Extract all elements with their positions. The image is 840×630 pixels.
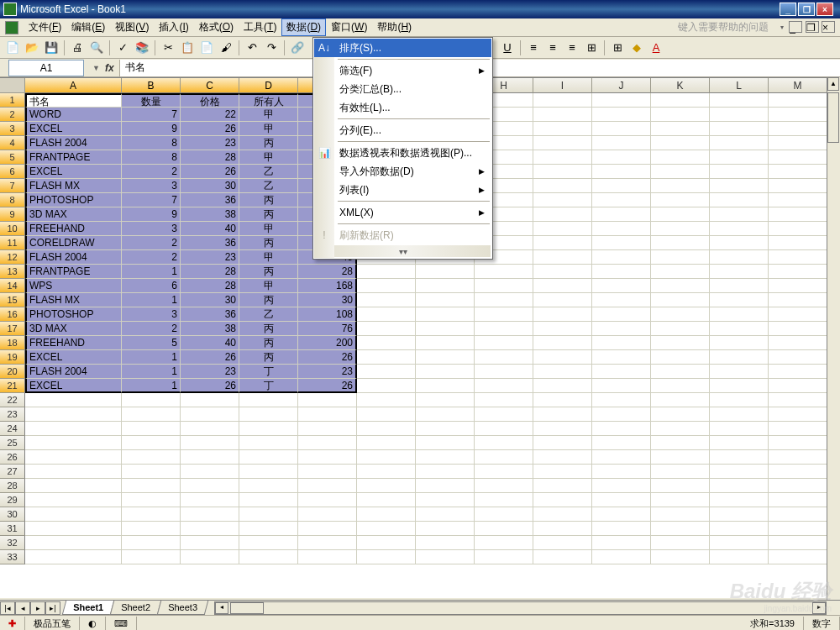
cell-C10[interactable]: 40 [181, 222, 239, 236]
row-head-32[interactable]: 32 [0, 536, 25, 550]
row-head-29[interactable]: 29 [0, 493, 25, 507]
cell-J26[interactable] [592, 450, 651, 465]
mdi-minimize-button[interactable]: _ [789, 21, 802, 33]
cell-D25[interactable] [239, 436, 298, 450]
cell-I24[interactable] [533, 422, 592, 436]
menu-item[interactable]: 筛选(F)▶ [314, 61, 491, 80]
cell-G18[interactable] [416, 336, 475, 350]
cell-J21[interactable] [592, 379, 651, 393]
menu-i[interactable]: 插入(I) [154, 18, 193, 36]
cell-C31[interactable] [181, 522, 239, 536]
format-painter-button[interactable]: 🖌 [217, 39, 235, 57]
cell-K20[interactable] [651, 365, 710, 379]
ime-indicator[interactable]: ✚ [0, 617, 25, 630]
copy-button[interactable]: 📋 [178, 39, 197, 57]
menu-v[interactable]: 视图(V) [110, 18, 154, 36]
cell-L20[interactable] [710, 365, 769, 379]
help-prompt[interactable]: 键入需要帮助的问题 [678, 20, 777, 34]
cell-C5[interactable]: 28 [181, 150, 239, 165]
cell-F30[interactable] [357, 507, 416, 522]
tab-first-button[interactable]: |◂ [0, 601, 15, 615]
cell-L31[interactable] [710, 522, 769, 536]
cell-B31[interactable] [122, 522, 181, 536]
cell-I22[interactable] [533, 393, 592, 407]
cell-M4[interactable] [769, 136, 827, 150]
align-right-button[interactable]: ≡ [563, 39, 581, 57]
cell-B4[interactable]: 8 [122, 136, 181, 150]
cell-H18[interactable] [475, 336, 533, 350]
cell-F19[interactable] [357, 350, 416, 365]
cell-B26[interactable] [122, 450, 181, 465]
cell-I28[interactable] [533, 479, 592, 493]
cell-D3[interactable]: 甲 [239, 122, 298, 136]
cell-A13[interactable]: FRANTPAGE [25, 265, 122, 279]
cell-B16[interactable]: 3 [122, 307, 181, 322]
cell-L26[interactable] [710, 450, 769, 465]
cell-A11[interactable]: CORELDRAW [25, 236, 122, 250]
row-head-7[interactable]: 7 [0, 179, 25, 193]
cell-K9[interactable] [651, 207, 710, 222]
col-head-M[interactable]: M [769, 78, 827, 93]
cell-D7[interactable]: 乙 [239, 179, 298, 193]
cell-E31[interactable] [298, 522, 357, 536]
cell-A33[interactable] [25, 550, 122, 564]
cell-I23[interactable] [533, 407, 592, 422]
row-head-14[interactable]: 14 [0, 279, 25, 293]
help-dropdown-icon[interactable]: ▾ [780, 24, 784, 31]
cell-F20[interactable] [357, 365, 416, 379]
cell-E25[interactable] [298, 436, 357, 450]
cell-L24[interactable] [710, 422, 769, 436]
cell-D4[interactable]: 丙 [239, 136, 298, 150]
cell-H16[interactable] [475, 307, 533, 322]
cell-D24[interactable] [239, 422, 298, 436]
cell-B14[interactable]: 6 [122, 279, 181, 293]
cell-E19[interactable]: 26 [298, 350, 357, 365]
cell-L14[interactable] [710, 279, 769, 293]
cell-K23[interactable] [651, 407, 710, 422]
cell-C19[interactable]: 26 [181, 350, 239, 365]
cell-I6[interactable] [533, 165, 592, 179]
research-button[interactable]: 📚 [133, 39, 151, 57]
cell-E33[interactable] [298, 550, 357, 564]
menu-h[interactable]: 帮助(H) [372, 18, 417, 36]
underline-button[interactable]: U [498, 39, 517, 57]
cell-J18[interactable] [592, 336, 651, 350]
cell-F24[interactable] [357, 422, 416, 436]
cell-H20[interactable] [475, 365, 533, 379]
cell-K6[interactable] [651, 165, 710, 179]
merge-button[interactable]: ⊞ [582, 39, 601, 57]
menu-item[interactable]: 分类汇总(B)... [314, 80, 491, 98]
cell-K13[interactable] [651, 265, 710, 279]
cell-B23[interactable] [122, 407, 181, 422]
cell-J7[interactable] [592, 179, 651, 193]
cell-D21[interactable]: 丁 [239, 379, 298, 393]
cell-K27[interactable] [651, 465, 710, 479]
cell-B15[interactable]: 1 [122, 293, 181, 307]
cell-C12[interactable]: 23 [181, 250, 239, 265]
cell-D32[interactable] [239, 536, 298, 550]
row-head-25[interactable]: 25 [0, 436, 25, 450]
cell-L11[interactable] [710, 236, 769, 250]
cell-F32[interactable] [357, 536, 416, 550]
cell-I4[interactable] [533, 136, 592, 150]
cell-J13[interactable] [592, 265, 651, 279]
cell-A16[interactable]: PHOTOSHOP [25, 307, 122, 322]
cell-M10[interactable] [769, 222, 827, 236]
tab-prev-button[interactable]: ◂ [15, 601, 30, 615]
cell-M1[interactable] [769, 93, 827, 108]
mdi-close-button[interactable]: × [822, 21, 835, 33]
cell-B29[interactable] [122, 493, 181, 507]
cell-G28[interactable] [416, 479, 475, 493]
col-head-A[interactable]: A [25, 78, 122, 93]
cell-F27[interactable] [357, 465, 416, 479]
cell-E32[interactable] [298, 536, 357, 550]
cell-B27[interactable] [122, 465, 181, 479]
cell-L15[interactable] [710, 293, 769, 307]
cell-F18[interactable] [357, 336, 416, 350]
cell-L10[interactable] [710, 222, 769, 236]
cell-D11[interactable]: 丙 [239, 236, 298, 250]
row-head-30[interactable]: 30 [0, 507, 25, 522]
tab-next-button[interactable]: ▸ [30, 601, 45, 615]
scroll-left-button[interactable]: ◂ [215, 602, 228, 614]
row-head-15[interactable]: 15 [0, 293, 25, 307]
